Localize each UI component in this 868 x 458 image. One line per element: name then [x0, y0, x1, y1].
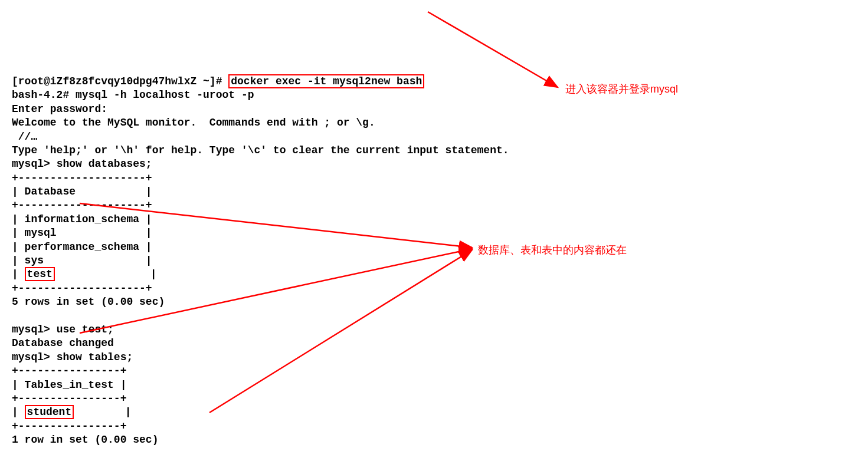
- use-test-cmd: use test;: [57, 324, 114, 335]
- shell-prompt: [root@iZf8z8fcvqy10dpg47hwlxZ ~]#: [12, 75, 228, 87]
- mysql-prompt: mysql>: [12, 158, 57, 170]
- db-sep: +--------------------+: [12, 199, 152, 211]
- show-tables-cmd: show tables;: [57, 351, 133, 363]
- db-header: | Database |: [12, 186, 152, 197]
- db-sep: +--------------------+: [12, 282, 152, 294]
- db-sep: +--------------------+: [12, 172, 152, 184]
- show-databases-cmd: show databases;: [57, 158, 152, 170]
- ellipsis: //…: [12, 131, 37, 143]
- tbl-sep: +----------------+: [12, 393, 126, 404]
- db-row-information-schema: | information_schema |: [12, 213, 152, 225]
- welcome-line: Welcome to the MySQL monitor. Commands e…: [12, 117, 375, 128]
- db-row-mysql: | mysql |: [12, 227, 152, 239]
- tbl-row-student: student: [25, 405, 74, 419]
- enter-password: Enter password:: [12, 103, 107, 115]
- annotation-data-persisted: 数据库、表和表中的内容都还在: [478, 243, 627, 257]
- help-line: Type 'help;' or '\h' for help. Type '\c'…: [12, 144, 509, 156]
- mysql-login-cmd: mysql -h localhost -uroot -p: [76, 89, 254, 101]
- db-row-test: test: [25, 267, 55, 281]
- annotation-enter-container: 进入该容器并登录mysql: [565, 83, 678, 96]
- bash-prompt: bash-4.2#: [12, 89, 76, 101]
- tbl-header: | Tables_in_test |: [12, 379, 126, 391]
- tbl-rowcount: 1 row in set (0.00 sec): [12, 434, 158, 446]
- db-row-performance-schema: | performance_schema |: [12, 241, 152, 253]
- terminal-output: [root@iZf8z8fcvqy10dpg47hwlxZ ~]# docker…: [12, 75, 856, 458]
- db-rowcount: 5 rows in set (0.00 sec): [12, 296, 165, 308]
- database-changed: Database changed: [12, 337, 114, 349]
- tbl-sep: +----------------+: [12, 420, 126, 432]
- docker-exec-command: docker exec -it mysql2new bash: [228, 74, 424, 88]
- db-row-sys: | sys |: [12, 255, 152, 266]
- mysql-prompt: mysql>: [12, 351, 57, 363]
- mysql-prompt: mysql>: [12, 324, 57, 335]
- tbl-sep: +----------------+: [12, 365, 126, 377]
